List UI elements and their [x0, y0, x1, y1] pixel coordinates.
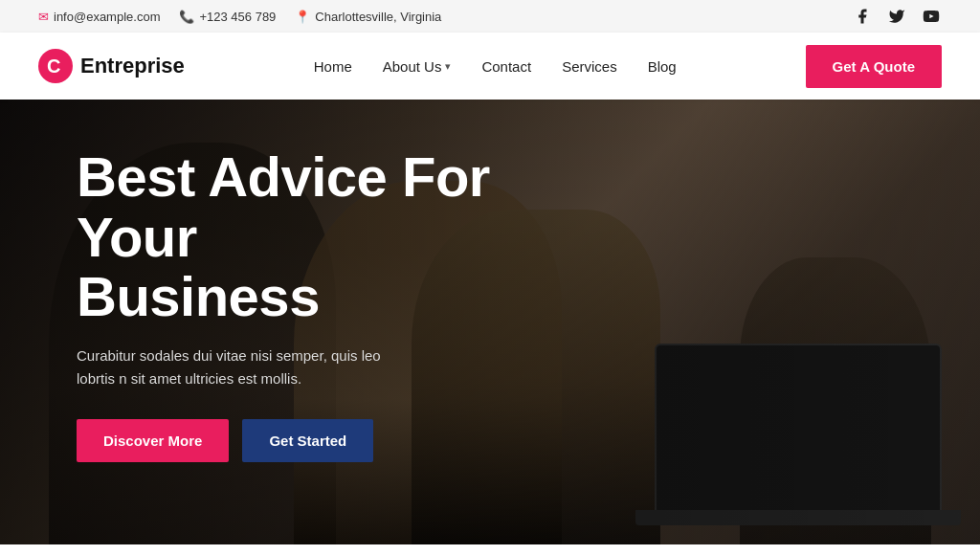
location-text: Charlottesville, Virginia: [315, 10, 441, 24]
nav-home[interactable]: Home: [314, 58, 352, 75]
topbar-contacts: ✉ info@example.com 📞 +123 456 789 📍 Char…: [38, 10, 441, 24]
discover-more-button[interactable]: Discover More: [77, 419, 229, 462]
twitter-icon[interactable]: [886, 6, 907, 27]
logo-icon: C: [38, 49, 73, 83]
nav-links: Home About Us ▾ Contact Services Blog: [314, 58, 677, 75]
phone-icon: 📞: [179, 10, 194, 24]
get-quote-button[interactable]: Get A Quote: [806, 45, 942, 88]
nav-services-label: Services: [562, 58, 617, 75]
get-started-button[interactable]: Get Started: [242, 419, 373, 462]
hero-section: Best Advice For Your Business Curabitur …: [0, 100, 980, 544]
hero-buttons: Discover More Get Started: [77, 419, 574, 462]
topbar: ✉ info@example.com 📞 +123 456 789 📍 Char…: [0, 0, 980, 33]
phone-contact[interactable]: 📞 +123 456 789: [179, 10, 276, 24]
email-text: info@example.com: [54, 10, 160, 24]
youtube-icon[interactable]: [921, 6, 942, 27]
nav-blog-label: Blog: [648, 58, 677, 75]
nav-contact-label: Contact: [481, 58, 531, 75]
hero-subtitle: Curabitur sodales dui vitae nisi semper,…: [77, 344, 383, 390]
nav-about[interactable]: About Us ▾: [383, 58, 452, 75]
chevron-down-icon: ▾: [445, 60, 451, 73]
logo-text: Entreprise: [80, 54, 185, 78]
nav-services[interactable]: Services: [562, 58, 617, 75]
location-contact: 📍 Charlottesville, Virginia: [295, 10, 441, 24]
logo[interactable]: C Entreprise: [38, 49, 185, 83]
hero-content: Best Advice For Your Business Curabitur …: [77, 147, 574, 462]
navbar: C Entreprise Home About Us ▾ Contact Ser…: [0, 33, 980, 100]
facebook-icon[interactable]: [852, 6, 873, 27]
phone-text: +123 456 789: [199, 10, 276, 24]
nav-blog[interactable]: Blog: [648, 58, 677, 75]
nav-about-label: About Us: [383, 58, 442, 75]
hero-title: Best Advice For Your Business: [77, 147, 574, 327]
email-icon: ✉: [38, 10, 49, 24]
nav-contact[interactable]: Contact: [481, 58, 531, 75]
svg-text:C: C: [47, 56, 60, 77]
nav-home-label: Home: [314, 58, 352, 75]
social-links: [852, 6, 942, 27]
email-contact[interactable]: ✉ info@example.com: [38, 10, 160, 24]
location-icon: 📍: [295, 10, 310, 24]
